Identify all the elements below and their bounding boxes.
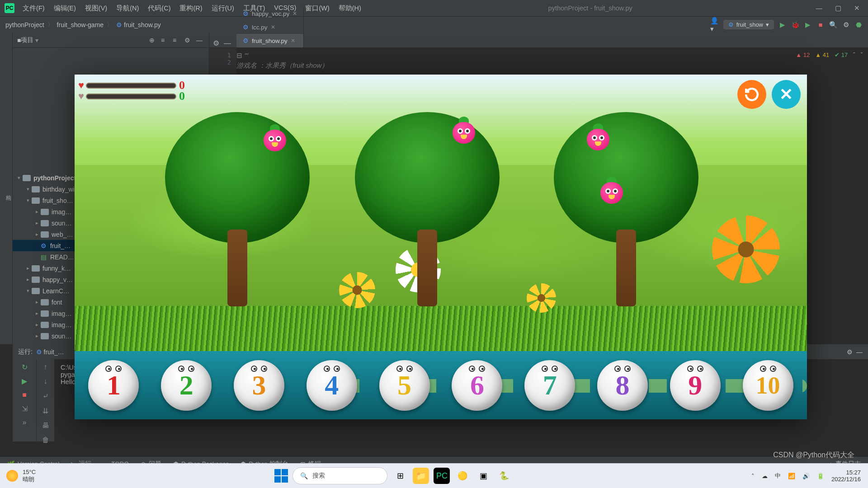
tab-settings-icon[interactable]: ⚙ bbox=[213, 39, 219, 47]
window-minimize-icon[interactable]: ― bbox=[816, 5, 822, 12]
ide-titlebar: PC 文件(F)编辑(E)视图(V)导航(N)代码(C)重构(R)运行(U)工具… bbox=[0, 0, 868, 16]
run-softwrap-icon[interactable]: ⤶ bbox=[42, 392, 48, 400]
close-tab-icon[interactable]: ✕ bbox=[291, 38, 295, 44]
run-settings-icon[interactable]: ⚙ bbox=[847, 348, 853, 356]
coverage-button-icon[interactable]: ▶ bbox=[804, 21, 812, 29]
number-button-9[interactable]: 9 bbox=[670, 360, 721, 411]
number-button-10[interactable]: 10 bbox=[743, 360, 793, 411]
pycharm-logo-icon: PC bbox=[5, 3, 14, 13]
number-button-3[interactable]: 3 bbox=[234, 360, 284, 411]
menu-c[interactable]: 代码(C) bbox=[144, 3, 174, 14]
user-icon[interactable]: 👤▾ bbox=[711, 21, 719, 29]
main-menu[interactable]: 文件(F)编辑(E)视图(V)导航(N)代码(C)重构(R)运行(U)工具(T)… bbox=[19, 3, 365, 14]
code-with-me-icon[interactable]: ⬣ bbox=[854, 21, 863, 29]
yellow-flower-icon bbox=[527, 283, 556, 313]
tray-wifi-icon[interactable]: 📶 bbox=[788, 473, 795, 479]
rerun-icon[interactable]: ↻ bbox=[22, 363, 28, 371]
terminal-icon[interactable]: ▣ bbox=[475, 468, 491, 484]
breadcrumb-root[interactable]: pythonProject bbox=[5, 21, 44, 28]
tool-settings-icon[interactable]: ⚙ bbox=[184, 37, 193, 44]
editor-tab[interactable]: ⚙lcc.py✕ bbox=[236, 20, 304, 34]
dragon-fruit-sprite[interactable] bbox=[600, 182, 625, 209]
number-button-4[interactable]: 4 bbox=[307, 360, 357, 411]
menu-h[interactable]: 帮助(H) bbox=[335, 3, 365, 14]
pycharm-taskbar-icon[interactable]: PC bbox=[434, 468, 450, 484]
task-view-icon[interactable]: ⊞ bbox=[392, 468, 408, 484]
fruit-show-game-window: ♥0 ♥0 ✕ 12345678910 bbox=[75, 75, 807, 419]
run-down-icon[interactable]: ↓ bbox=[44, 377, 47, 385]
menu-n[interactable]: 导航(N) bbox=[113, 3, 142, 14]
run-config-selector[interactable]: ⚙fruit_show▾ bbox=[723, 20, 774, 29]
number-button-8[interactable]: 8 bbox=[597, 360, 648, 411]
left-tool-stripe[interactable]: 结构 Bookmarks bbox=[0, 33, 13, 344]
explorer-icon[interactable]: 📁 bbox=[413, 468, 429, 484]
collapse-all-icon[interactable]: ≡ bbox=[173, 37, 181, 44]
game-canvas[interactable]: ♥0 ♥0 ✕ bbox=[75, 75, 807, 351]
menu-f[interactable]: 文件(F) bbox=[19, 3, 48, 14]
menu-r[interactable]: 重构(R) bbox=[176, 3, 206, 14]
window-title: pythonProject - fruit_show.py bbox=[548, 5, 632, 12]
search-icon: 🔍 bbox=[300, 472, 308, 479]
run-scroll-icon[interactable]: ⇊ bbox=[42, 407, 48, 415]
debug-button-icon[interactable]: 🐞 bbox=[791, 21, 799, 29]
run-print-icon[interactable]: 🖶 bbox=[42, 422, 49, 430]
window-close-icon[interactable]: ✕ bbox=[854, 5, 860, 12]
grass-foreground bbox=[75, 306, 807, 351]
p2-score: 0 bbox=[179, 89, 185, 103]
breadcrumb-folder[interactable]: fruit_show-game bbox=[57, 21, 104, 28]
tab-hide-icon[interactable]: — bbox=[224, 39, 231, 47]
restart-button[interactable] bbox=[737, 80, 766, 109]
run-exit-icon[interactable]: ⇲ bbox=[22, 404, 28, 413]
menu-u[interactable]: 运行(U) bbox=[208, 3, 238, 14]
window-maximize-icon[interactable]: ▢ bbox=[835, 5, 841, 12]
menu-v[interactable]: 视图(V) bbox=[81, 3, 111, 14]
number-button-7[interactable]: 7 bbox=[524, 360, 575, 411]
editor-tabs: ⚙ — ⚙happy_voc.py✕⚙lcc.py✕⚙fruit_show.py… bbox=[209, 33, 868, 48]
windows-taskbar[interactable]: 15°C晴朗 🔍搜索 ⊞ 📁 PC 🟡 ▣ 🐍 ˄ ☁ 中 📶 🔊 🔋 15:2… bbox=[0, 463, 868, 488]
taskbar-weather-widget[interactable]: 15°C晴朗 bbox=[6, 469, 36, 483]
dragon-fruit-sprite[interactable] bbox=[453, 122, 477, 149]
stop-button-icon[interactable]: ■ bbox=[816, 21, 825, 29]
run-layout-icon[interactable]: » bbox=[23, 418, 27, 427]
breadcrumb-file[interactable]: fruit_show.py bbox=[124, 21, 161, 28]
ide-settings-icon[interactable]: ⚙ bbox=[842, 21, 850, 29]
tray-chevron-icon[interactable]: ˄ bbox=[751, 473, 755, 479]
run-up-icon[interactable]: ↑ bbox=[44, 363, 47, 371]
system-tray[interactable]: ˄ ☁ 中 📶 🔊 🔋 15:272022/12/16 bbox=[751, 469, 861, 483]
hide-panel-icon[interactable]: — bbox=[196, 37, 204, 44]
run-trash-icon[interactable]: 🗑 bbox=[42, 436, 49, 444]
project-view-label[interactable]: 项目 bbox=[21, 36, 33, 44]
number-button-6[interactable]: 6 bbox=[452, 360, 502, 411]
orange-flower-icon bbox=[712, 216, 780, 283]
editor-tab[interactable]: ⚙fruit_show.py✕ bbox=[236, 34, 304, 47]
navigation-bar: pythonProject 〉 fruit_show-game 〉 ⚙ frui… bbox=[0, 16, 868, 33]
expand-all-icon[interactable]: ≡ bbox=[161, 37, 169, 44]
dragon-fruit-sprite[interactable] bbox=[587, 129, 611, 156]
python-app-icon[interactable]: 🐍 bbox=[496, 468, 512, 484]
taskbar-search[interactable]: 🔍搜索 bbox=[292, 467, 387, 484]
tray-battery-icon[interactable]: 🔋 bbox=[817, 473, 824, 479]
close-tab-icon[interactable]: ✕ bbox=[292, 10, 297, 17]
editor-tab[interactable]: ⚙happy_voc.py✕ bbox=[236, 7, 304, 20]
dragon-fruit-sprite[interactable] bbox=[264, 130, 288, 157]
run-play-icon[interactable]: ▶ bbox=[22, 377, 27, 385]
inspection-widget[interactable]: ▲ 12 ▲ 41 ✔ 17 ˆˇ bbox=[796, 52, 863, 58]
start-button[interactable] bbox=[274, 469, 288, 483]
locate-file-icon[interactable]: ⊕ bbox=[149, 37, 157, 44]
run-button-icon[interactable]: ▶ bbox=[778, 21, 787, 29]
number-button-5[interactable]: 5 bbox=[379, 360, 430, 411]
tray-onedrive-icon[interactable]: ☁ bbox=[762, 473, 768, 479]
menu-e[interactable]: 编辑(E) bbox=[50, 3, 80, 14]
number-button-1[interactable]: 1 bbox=[88, 360, 139, 411]
menu-w[interactable]: 窗口(W) bbox=[302, 3, 333, 14]
chrome-icon[interactable]: 🟡 bbox=[454, 468, 471, 484]
number-button-2[interactable]: 2 bbox=[161, 360, 212, 411]
run-hide-icon[interactable]: — bbox=[856, 348, 863, 356]
search-everywhere-icon[interactable]: 🔍 bbox=[829, 21, 837, 29]
close-game-button[interactable]: ✕ bbox=[772, 80, 801, 109]
close-tab-icon[interactable]: ✕ bbox=[271, 24, 275, 30]
tray-ime-icon[interactable]: 中 bbox=[775, 472, 781, 480]
heart-icon: ♥ bbox=[78, 90, 84, 102]
run-stop-icon[interactable]: ■ bbox=[22, 391, 27, 399]
tray-volume-icon[interactable]: 🔊 bbox=[802, 473, 810, 479]
